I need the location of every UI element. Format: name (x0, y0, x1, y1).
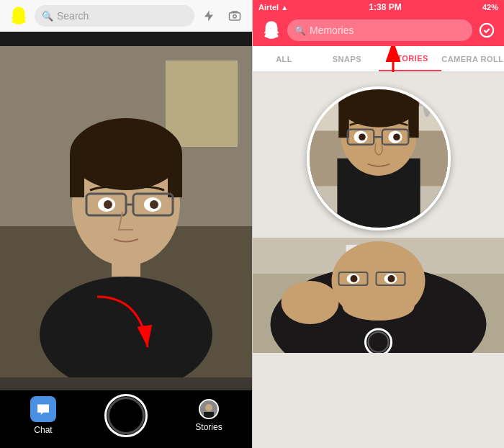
left-header: 🔍 Search (0, 0, 252, 32)
right-phone: Airtel ▲ 1:38 PM 42% 🔍 Memories ALL (252, 0, 504, 448)
chat-bubble-icon (36, 403, 50, 415)
tab-camera-roll-label: CAMERA ROLL (441, 55, 503, 63)
circle-photo-image (310, 89, 448, 228)
camera-person-left (0, 46, 252, 377)
svg-rect-11 (168, 154, 182, 197)
right-search-icon: 🔍 (294, 25, 306, 36)
stories-tab[interactable]: Stories (184, 399, 234, 432)
right-wifi-icon: ▲ (281, 4, 288, 12)
tab-camera-roll[interactable]: CAMERA ROLL (441, 46, 504, 71)
right-time: 1:38 PM (369, 2, 401, 12)
left-bottom-bar: Chat Stories (0, 390, 252, 448)
svg-point-55 (351, 275, 358, 282)
rect-story-photo[interactable] (253, 238, 504, 353)
svg-point-18 (150, 200, 158, 209)
svg-rect-22 (204, 412, 214, 418)
svg-point-44 (393, 133, 400, 140)
chat-label: Chat (34, 425, 52, 435)
svg-point-17 (104, 200, 112, 209)
tab-snaps[interactable]: SNAPS (315, 46, 378, 71)
svg-point-43 (359, 133, 366, 140)
right-header: 🔍 Memories (253, 14, 504, 46)
flip-camera-icon[interactable] (226, 7, 243, 24)
right-search-bar[interactable]: 🔍 Memories (287, 19, 472, 41)
circle-story-photo[interactable] (307, 86, 451, 230)
tab-stories-label: STORIES (391, 54, 428, 63)
select-icon (479, 22, 495, 38)
search-bar[interactable]: 🔍 Search (35, 5, 194, 27)
stories-label: Stories (195, 422, 222, 432)
flash-icon[interactable] (200, 7, 217, 24)
right-carrier: Airtel (258, 3, 279, 12)
shutter-inner (107, 397, 145, 434)
header-icons (200, 7, 243, 24)
tab-all-label: ALL (276, 55, 292, 63)
tab-stories[interactable]: STORIES (379, 46, 441, 71)
right-header-title: Memories (310, 24, 354, 36)
svg-rect-5 (166, 61, 238, 147)
svg-point-23 (480, 24, 493, 37)
svg-point-1 (233, 15, 237, 19)
right-battery: 42% (482, 3, 498, 12)
svg-point-21 (205, 404, 212, 411)
left-phone: Airtel ▲ 1:37 PM 42% 🔍 Search (0, 0, 252, 448)
tab-all[interactable]: ALL (253, 46, 315, 71)
right-snapchat-logo-icon (261, 20, 282, 40)
memories-thumb-icon (200, 400, 217, 418)
memories-content (253, 72, 504, 448)
camera-view (0, 46, 252, 390)
rect-photo-image (253, 238, 504, 353)
svg-point-56 (388, 275, 395, 282)
shutter-button[interactable] (104, 394, 148, 437)
chat-icon (30, 396, 56, 422)
snapchat-logo-icon (9, 6, 29, 26)
svg-point-49 (282, 281, 339, 324)
right-status-bar: Airtel ▲ 1:38 PM 42% (253, 0, 504, 14)
svg-rect-37 (408, 103, 418, 138)
svg-point-9 (70, 118, 182, 190)
chat-tab[interactable]: Chat (18, 396, 68, 435)
right-status-left: Airtel ▲ (258, 3, 288, 12)
right-status-right: 42% (482, 3, 498, 12)
svg-rect-0 (230, 13, 240, 21)
svg-point-30 (423, 89, 431, 117)
search-input-label: Search (57, 10, 89, 22)
memories-icon (199, 399, 219, 419)
svg-rect-10 (70, 154, 84, 197)
tabs-bar: ALL SNAPS STORIES CAMERA ROLL (253, 46, 504, 72)
check-circle-icon[interactable] (478, 22, 495, 39)
tab-snaps-label: SNAPS (333, 55, 361, 63)
svg-point-57 (343, 292, 415, 321)
search-icon: 🔍 (42, 11, 53, 22)
